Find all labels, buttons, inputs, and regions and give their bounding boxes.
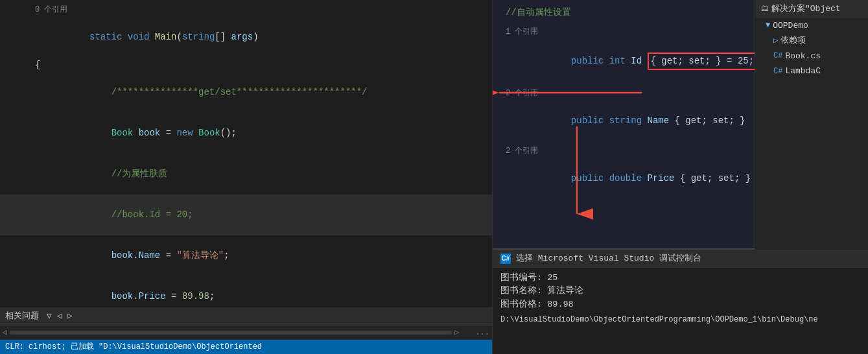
scroll-right-btn[interactable]: ▷ xyxy=(454,327,459,338)
ref-count-top: 0 个引用 xyxy=(35,4,487,16)
tree-label-oopdemo: OOPDemo xyxy=(773,19,808,32)
code-line-new-book: Book book = new Book(); xyxy=(0,113,492,154)
code-line-comment-getset: /***************get/set*****************… xyxy=(0,72,492,113)
tree-item-lambdac[interactable]: C# LambdaC xyxy=(755,64,868,79)
tree-item-bookcs[interactable]: C# Book.cs xyxy=(755,49,868,64)
scroll-left-btn[interactable]: ◁ xyxy=(3,327,7,338)
right-ref-count-2b: 2 个引用 xyxy=(506,145,538,157)
console-panel: C# 选择 Microsoft Visual Studio 调试控制台 图书编号… xyxy=(493,250,868,354)
problems-label: 相关问题 xyxy=(5,310,39,323)
red-box-highlight: { get; set; } = 25; xyxy=(648,53,758,70)
code-main-signature: static void Main(string[] args) xyxy=(35,17,487,58)
code-line-comment-id: //book.Id = 20; xyxy=(0,195,492,235)
tree-item-oopdemo[interactable]: ▼ OOPDemo xyxy=(755,18,868,34)
console-body: 图书编号: 25 图书名称: 算法导论 图书价格: 89.98 D:\Visua… xyxy=(493,268,868,354)
tree-icon-lambdac: C# xyxy=(773,65,782,77)
code-line-book-price: book.Price = 89.98; xyxy=(0,276,492,307)
console-line-3: 图书价格: 89.98 xyxy=(500,298,860,311)
solution-title: 解决方案"Object xyxy=(771,3,841,16)
code-line-book-name: book.Name = "算法导论"; xyxy=(0,235,492,276)
tree-label-bookcs: Book.cs xyxy=(785,50,821,63)
right-code-panel: //自动属性设置 1 个引用 public int Id { get; set;… xyxy=(493,0,868,250)
tree-label-lambdac: LambdaC xyxy=(785,65,821,78)
console-line-2: 图书名称: 算法导论 xyxy=(500,285,860,298)
solution-explorer: 🗂 解决方案"Object ▼ OOPDemo ▷ 依赖项 C# Book.cs… xyxy=(755,0,868,250)
code-line-comment-attr: //为属性肤质 xyxy=(0,154,492,195)
tree-label-deps: 依赖项 xyxy=(780,34,806,47)
left-editor-panel: 0 个引用 static void Main(string[] args) { … xyxy=(0,0,493,354)
tree-icon-oopdemo: ▼ xyxy=(766,19,770,31)
scroll-info: ... xyxy=(475,327,489,338)
ref-count-line: 0 个引用 xyxy=(0,3,492,17)
solution-header: 🗂 解决方案"Object xyxy=(755,0,868,18)
problems-bar: 相关问题 ▽ ◁ ▷ xyxy=(0,307,492,325)
console-path: D:\VisualStudioDemo\ObjectOrientedProgra… xyxy=(500,314,860,325)
right-comment-text: //自动属性设置 xyxy=(506,6,571,19)
solution-icon: 🗂 xyxy=(760,3,769,16)
toolbar-icon-filter[interactable]: ▽ xyxy=(47,310,52,323)
status-bar: CLR: clrhost; 已加载 "D:\VisualStudioDemo\O… xyxy=(0,340,492,354)
scroll-track[interactable] xyxy=(10,331,452,335)
scroll-row: ◁ ▷ ... xyxy=(0,325,492,340)
right-ref-count-1: 1 个引用 xyxy=(506,26,538,38)
toolbar-icon-left[interactable]: ◁ xyxy=(57,310,62,323)
code-area: 0 个引用 static void Main(string[] args) { … xyxy=(0,0,492,307)
console-header: C# 选择 Microsoft Visual Studio 调试控制台 xyxy=(493,250,868,268)
console-title: 选择 Microsoft Visual Studio 调试控制台 xyxy=(516,252,701,265)
clr-info: CLR: clrhost; 已加载 "D:\VisualStudioDemo\O… xyxy=(5,341,262,353)
tree-icon-deps: ▷ xyxy=(773,35,778,47)
toolbar-icon-right[interactable]: ▷ xyxy=(67,310,73,323)
console-line-1: 图书编号: 25 xyxy=(500,272,860,285)
main-container: 0 个引用 static void Main(string[] args) { … xyxy=(0,0,868,354)
tree-icon-bookcs: C# xyxy=(773,50,782,62)
right-ref-count-2a: 2 个引用 xyxy=(506,88,538,99)
code-line-main: static void Main(string[] args) xyxy=(0,17,492,58)
right-panels: //自动属性设置 1 个引用 public int Id { get; set;… xyxy=(493,0,868,354)
tree-item-deps[interactable]: ▷ 依赖项 xyxy=(755,33,868,49)
code-line-brace-open: { xyxy=(0,58,492,72)
console-icon: C# xyxy=(500,254,511,264)
